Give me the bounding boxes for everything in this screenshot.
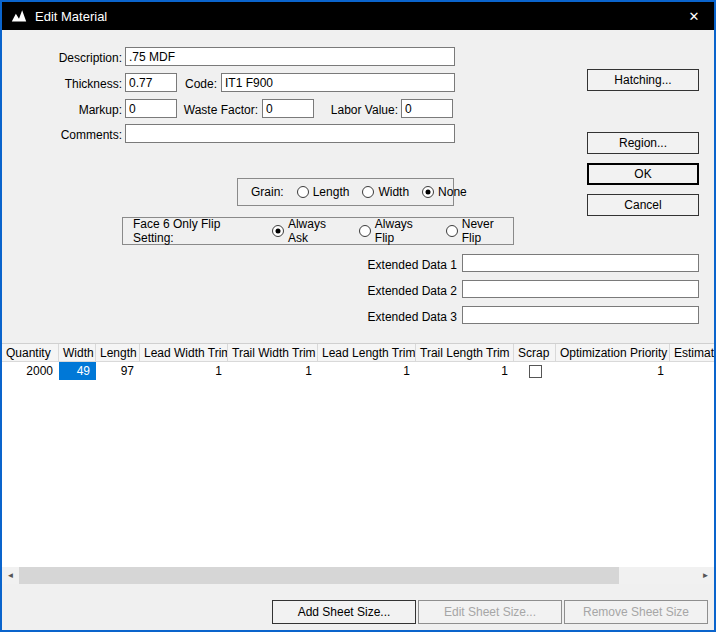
table-row[interactable]: 2000 49 97 1 1 1 1 1 <box>2 362 714 380</box>
grain-groupbox: Grain: Length Width None <box>237 178 454 206</box>
cell-length[interactable]: 97 <box>96 362 140 380</box>
radio-icon <box>422 186 434 198</box>
radio-icon <box>359 225 371 237</box>
radio-icon <box>297 186 309 198</box>
column-header-scrap[interactable]: Scrap <box>514 344 556 362</box>
grain-option-width[interactable]: Width <box>362 185 409 199</box>
add-sheet-size-button[interactable]: Add Sheet Size... <box>272 600 416 624</box>
column-header-lead-length-trim[interactable]: Lead Length Trim <box>318 344 416 362</box>
column-header-width[interactable]: Width <box>59 344 96 362</box>
face6-groupbox: Face 6 Only Flip Setting: Always Ask Alw… <box>122 217 514 245</box>
face6-option-always-flip-label: Always Flip <box>375 217 432 245</box>
edit-sheet-size-button: Edit Sheet Size... <box>418 600 562 624</box>
thickness-label: Thickness: <box>22 76 122 92</box>
waste-factor-label: Waste Factor: <box>178 102 258 118</box>
titlebar: Edit Material ✕ <box>2 2 714 30</box>
grain-option-length-label: Length <box>313 185 350 199</box>
region-button[interactable]: Region... <box>587 132 699 154</box>
face6-option-never-flip-label: Never Flip <box>462 217 513 245</box>
cell-quantity[interactable]: 2000 <box>2 362 59 380</box>
code-input[interactable] <box>221 73 455 92</box>
ok-button[interactable]: OK <box>587 163 699 185</box>
radio-icon <box>362 186 374 198</box>
grain-option-width-label: Width <box>378 185 409 199</box>
cell-lead-width-trim[interactable]: 1 <box>140 362 228 380</box>
horizontal-scrollbar[interactable]: ◄ ► <box>2 567 714 584</box>
grain-option-none-label: None <box>438 185 467 199</box>
face6-option-always-ask[interactable]: Always Ask <box>272 217 345 245</box>
scrollbar-thumb[interactable] <box>19 567 619 584</box>
column-header-lead-width-trim[interactable]: Lead Width Trim <box>140 344 228 362</box>
face6-label: Face 6 Only Flip Setting: <box>133 217 258 245</box>
cell-scrap[interactable] <box>514 362 556 380</box>
column-header-length[interactable]: Length <box>96 344 140 362</box>
extended-data-3-label: Extended Data 3 <box>337 309 457 325</box>
remove-sheet-size-button: Remove Sheet Size <box>564 600 708 624</box>
column-header-optimization-priority[interactable]: Optimization Priority <box>556 344 670 362</box>
window-title: Edit Material <box>35 9 107 24</box>
extended-data-2-input[interactable] <box>462 280 699 298</box>
cell-width-selected[interactable]: 49 <box>59 362 96 380</box>
face6-option-always-ask-label: Always Ask <box>288 217 345 245</box>
extended-data-1-input[interactable] <box>462 254 699 272</box>
grain-option-none[interactable]: None <box>422 185 467 199</box>
scrollbar-track[interactable] <box>19 567 697 584</box>
markup-label: Markup: <box>22 102 122 118</box>
table-header-row: Quantity Width Length Lead Width Trim Tr… <box>2 344 714 362</box>
cell-trail-width-trim[interactable]: 1 <box>228 362 318 380</box>
scrollbar-right-arrow-icon[interactable]: ► <box>697 567 714 584</box>
column-header-estimated[interactable]: Estimat <box>670 344 714 362</box>
cell-trail-length-trim[interactable]: 1 <box>416 362 514 380</box>
scrollbar-left-arrow-icon[interactable]: ◄ <box>2 567 19 584</box>
grain-label: Grain: <box>251 185 284 199</box>
description-label: Description: <box>22 50 122 66</box>
labor-value-input[interactable] <box>401 99 453 118</box>
cell-estimated[interactable] <box>670 362 714 380</box>
sheet-size-table: Quantity Width Length Lead Width Trim Tr… <box>2 343 714 584</box>
grain-option-length[interactable]: Length <box>297 185 350 199</box>
scrap-checkbox[interactable] <box>529 365 542 378</box>
code-label: Code: <box>157 76 217 92</box>
column-header-trail-width-trim[interactable]: Trail Width Trim <box>228 344 318 362</box>
extended-data-3-input[interactable] <box>462 306 699 324</box>
app-icon <box>10 7 28 25</box>
radio-icon <box>446 225 458 237</box>
cell-optimization-priority[interactable]: 1 <box>556 362 670 380</box>
labor-value-label: Labor Value: <box>318 102 398 118</box>
comments-label: Comments: <box>22 127 122 143</box>
edit-material-dialog: Edit Material ✕ Description: Thickness: … <box>0 0 716 632</box>
column-header-trail-length-trim[interactable]: Trail Length Trim <box>416 344 514 362</box>
column-header-quantity[interactable]: Quantity <box>2 344 59 362</box>
description-input[interactable] <box>125 47 455 66</box>
cancel-button[interactable]: Cancel <box>587 194 699 216</box>
cell-lead-length-trim[interactable]: 1 <box>318 362 416 380</box>
markup-input[interactable] <box>125 99 177 118</box>
face6-option-always-flip[interactable]: Always Flip <box>359 217 432 245</box>
extended-data-1-label: Extended Data 1 <box>337 257 457 273</box>
radio-icon <box>272 225 284 237</box>
comments-input[interactable] <box>125 124 455 143</box>
face6-option-never-flip[interactable]: Never Flip <box>446 217 513 245</box>
extended-data-2-label: Extended Data 2 <box>337 283 457 299</box>
close-icon[interactable]: ✕ <box>682 5 706 27</box>
waste-factor-input[interactable] <box>262 99 314 118</box>
hatching-button[interactable]: Hatching... <box>587 69 699 91</box>
